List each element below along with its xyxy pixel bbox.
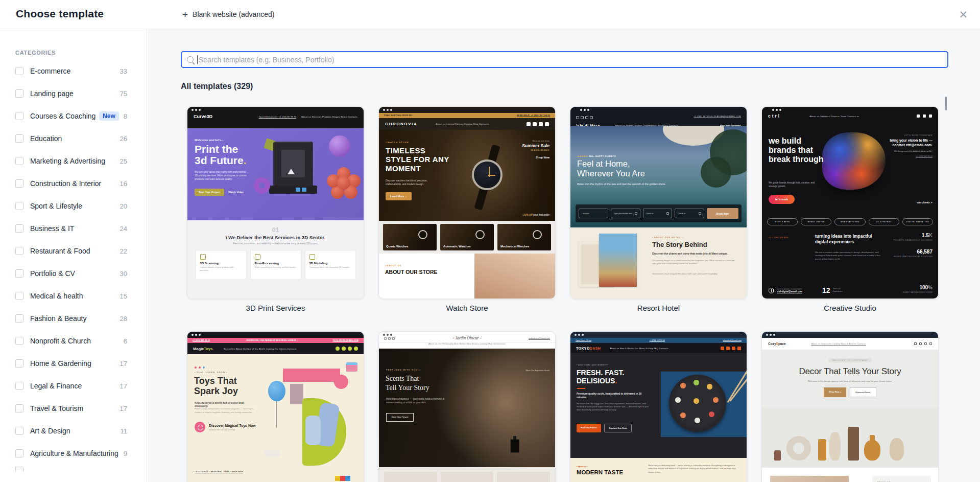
category-legal-finance[interactable]: Legal & Finance 17 bbox=[0, 375, 147, 397]
vase-shape bbox=[848, 427, 859, 461]
checkbox[interactable] bbox=[15, 224, 23, 233]
preview-nav-bar: MagicToys. Bestsellers About Us Deal of … bbox=[187, 343, 364, 354]
twitter-icon bbox=[929, 342, 932, 345]
template-card-cozyspace[interactable]: CozySpace About us Inspiration Catalog N… bbox=[761, 331, 939, 482]
category-construction-interior[interactable]: Construction & Interior 16 bbox=[0, 172, 147, 195]
template-card-3d-print-services[interactable]: Curve3D 3d.print@email.com • +1 (234) 56… bbox=[187, 106, 364, 312]
coral-shape bbox=[325, 167, 363, 200]
checkbox[interactable] bbox=[15, 337, 23, 345]
category-agriculture-manufacturing[interactable]: Agriculture & Manufacturing 9 bbox=[0, 442, 147, 465]
category-ecommerce[interactable]: E-commerce 33 bbox=[0, 60, 147, 82]
checkbox[interactable] bbox=[15, 314, 23, 323]
discount-note: –10% off your first order bbox=[522, 213, 549, 216]
discover-toys-link: Discover Magical Toys Now bbox=[209, 424, 256, 427]
scrollbar-thumb[interactable] bbox=[945, 97, 947, 110]
checkbox[interactable] bbox=[15, 269, 23, 278]
template-card-jardin-obscur[interactable]: - Jardin Obscur - jardinobscur@email.com… bbox=[378, 331, 556, 482]
accent-dots bbox=[195, 366, 205, 369]
category-count: 16 bbox=[120, 180, 127, 188]
checkout-field: Check in bbox=[675, 209, 704, 218]
category-courses-coaching[interactable]: Courses & Coaching New 8 bbox=[0, 105, 147, 127]
facebook-icon bbox=[914, 342, 917, 345]
checkbox[interactable] bbox=[15, 449, 23, 457]
watch-video-link: Watch Video bbox=[228, 191, 244, 194]
template-preview: +1 (234) 567 89 00 ISLADIMARE@EMAIL.COM … bbox=[570, 107, 747, 299]
category-business-it[interactable]: Business & IT 24 bbox=[0, 217, 147, 240]
template-card-tokyodash[interactable]: Open 8 am - 10 pm +1 (234) 567 89 00 tok… bbox=[570, 331, 747, 482]
product-card bbox=[441, 472, 494, 482]
checkbox[interactable] bbox=[15, 359, 23, 368]
category-portfolio-cv[interactable]: Portfolio & CV 30 bbox=[0, 262, 147, 285]
search-bar[interactable] bbox=[181, 51, 948, 68]
hero-cta-button: Learn More → bbox=[386, 192, 412, 200]
category-count: 17 bbox=[120, 382, 127, 390]
category-fashion-beauty[interactable]: Fashion & Beauty 28 bbox=[0, 307, 147, 330]
checkbox[interactable] bbox=[15, 179, 23, 188]
sushi-photo-panel bbox=[661, 372, 747, 437]
balloon-shape bbox=[268, 381, 285, 401]
category-nonprofit-church[interactable]: Nonprofit & Church 6 bbox=[0, 330, 147, 352]
watch-icon bbox=[418, 230, 427, 239]
facebook-icon bbox=[576, 116, 579, 119]
checkbox[interactable] bbox=[15, 382, 23, 390]
close-icon[interactable]: ✕ bbox=[957, 7, 970, 22]
search-input[interactable] bbox=[198, 55, 942, 64]
checkbox[interactable] bbox=[15, 112, 23, 120]
hero-headline: we buildbrands thatbreak through bbox=[769, 136, 824, 164]
preview-nav: About us How It Works Our Menu Gallery F… bbox=[610, 347, 668, 350]
template-card-magictoys[interactable]: +1 (234) 567 89 00 SHOWROOM: 1234 FAIRMO… bbox=[187, 331, 364, 482]
template-card-resort-hotel[interactable]: +1 (234) 567 89 00 ISLADIMARE@EMAIL.COM … bbox=[570, 106, 747, 312]
category-landing-page[interactable]: Landing page 75 bbox=[0, 82, 147, 105]
template-preview: - Jardin Obscur - jardinobscur@email.com… bbox=[379, 332, 555, 482]
checkbox[interactable] bbox=[15, 404, 23, 412]
youtube-icon bbox=[923, 114, 926, 118]
category-label: Medical & health bbox=[30, 292, 83, 300]
checkbox[interactable] bbox=[15, 247, 23, 255]
hero-right-column: LET'S WORK TOGETHER bring your vision to… bbox=[886, 134, 933, 157]
blank-website-button[interactable]: + Blank website (advanced) bbox=[182, 0, 274, 29]
social-icons bbox=[527, 122, 549, 126]
category-label: Construction & Interior bbox=[30, 179, 101, 188]
category-art-design[interactable]: Art & Design 11 bbox=[0, 420, 147, 442]
partial-checkbox bbox=[15, 467, 23, 472]
wolf-figurine bbox=[288, 169, 295, 174]
mauve-bar-shape bbox=[290, 384, 303, 404]
window-dots-icon bbox=[187, 332, 364, 336]
category-label: Nonprofit & Church bbox=[30, 337, 91, 345]
featured-items-button: Featured Items bbox=[850, 387, 876, 397]
instagram-icon bbox=[585, 116, 588, 119]
category-count: 6 bbox=[124, 337, 127, 345]
checkbox[interactable] bbox=[15, 292, 23, 300]
checkbox[interactable] bbox=[15, 67, 23, 75]
category-sport-lifestyle[interactable]: Sport & Lifestyle 20 bbox=[0, 195, 147, 217]
checkbox[interactable] bbox=[15, 202, 23, 210]
preview-logo: CozySpace bbox=[768, 342, 786, 346]
preview-hero: Welcome and let's... Print the 3d Future… bbox=[187, 128, 364, 220]
perfume-bottle-shape bbox=[510, 439, 519, 453]
about-section: ABOUT US bbox=[762, 468, 938, 482]
checkbox[interactable] bbox=[15, 89, 23, 98]
checkbox[interactable] bbox=[15, 134, 23, 143]
preview-hero: • PLAY. LEARN. GROW • Toys ThatSpark Joy… bbox=[187, 354, 364, 482]
template-card-watch-store[interactable]: FREE SHIPPING FROM $50 NEED HELP: +1 (23… bbox=[378, 106, 556, 312]
category-label: Home & Gardening bbox=[30, 359, 91, 368]
category-home-gardening[interactable]: Home & Gardening 17 bbox=[0, 352, 147, 375]
category-education[interactable]: Education 26 bbox=[0, 127, 147, 150]
category-restaurant-food[interactable]: Restaurant & Food 22 bbox=[0, 240, 147, 262]
vase-shape bbox=[864, 440, 880, 461]
checkbox[interactable] bbox=[15, 157, 23, 165]
template-card-creative-studio[interactable]: ctrl About us Services Projects Team Con… bbox=[761, 106, 939, 312]
category-travel-tourism[interactable]: Travel & Tourism 17 bbox=[0, 397, 147, 420]
template-preview: FREE SHIPPING FROM $50 NEED HELP: +1 (23… bbox=[379, 107, 555, 299]
preview-nav: About us Limited Edition Catalog Blog Co… bbox=[436, 123, 489, 125]
template-preview: Curve3D 3d.print@email.com • +1 (234) 56… bbox=[187, 107, 364, 299]
chopstick-shape bbox=[727, 368, 747, 402]
category-marketing-advertising[interactable]: Marketing & Advertising 25 bbox=[0, 150, 147, 172]
category-count: 15 bbox=[120, 292, 127, 300]
category-count: 11 bbox=[121, 427, 128, 435]
category-medical-health[interactable]: Medical & health 15 bbox=[0, 285, 147, 307]
thumb-mechanical: Mechanical Watches bbox=[497, 224, 551, 250]
palm-foliage bbox=[701, 157, 731, 188]
printer-base bbox=[269, 186, 317, 194]
checkbox[interactable] bbox=[15, 427, 23, 435]
